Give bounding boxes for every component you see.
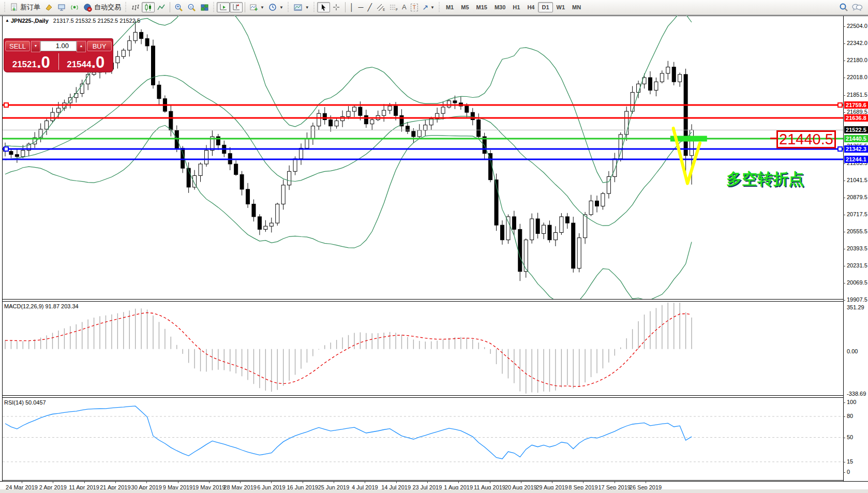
objects-button[interactable] bbox=[42, 2, 55, 12]
timeframe-H1[interactable]: H1 bbox=[509, 2, 523, 12]
chart-shift-button[interactable] bbox=[230, 2, 243, 12]
timeframe-W1[interactable]: W1 bbox=[553, 2, 569, 12]
timeframe-D1[interactable]: D1 bbox=[538, 2, 552, 12]
candle-body bbox=[613, 159, 617, 177]
candlestick-chart-icon bbox=[144, 3, 153, 12]
chat-icon[interactable] bbox=[851, 3, 863, 12]
candle-body bbox=[281, 185, 285, 204]
horizontal-line-button[interactable]: ─ bbox=[356, 2, 366, 12]
candle-body bbox=[276, 204, 279, 223]
crosshair-button[interactable] bbox=[330, 2, 343, 12]
candle-body bbox=[560, 217, 563, 233]
line-handle[interactable] bbox=[4, 103, 8, 107]
buy-price[interactable]: 21544.0 bbox=[59, 52, 113, 71]
text-button[interactable]: A bbox=[400, 2, 409, 12]
toolbar-grip[interactable] bbox=[4, 2, 6, 12]
crosshair-icon bbox=[332, 3, 341, 12]
dropdown-arrow-icon: ▼ bbox=[430, 5, 435, 10]
candle-body bbox=[51, 112, 54, 121]
buy-price-frac: .0 bbox=[91, 55, 104, 70]
candle-body bbox=[424, 125, 427, 130]
candle-body bbox=[553, 232, 557, 240]
svg-text:-: - bbox=[190, 4, 191, 9]
svg-text:+: + bbox=[254, 6, 258, 12]
template-icon bbox=[293, 3, 303, 12]
toolbar-grip[interactable] bbox=[287, 2, 290, 12]
toolbar-grip[interactable] bbox=[125, 2, 127, 12]
timeframe-M30[interactable]: M30 bbox=[491, 2, 509, 12]
note-text[interactable]: 多空转折点 bbox=[726, 169, 804, 190]
terminal-button[interactable] bbox=[55, 2, 68, 12]
timeframe-MN[interactable]: MN bbox=[568, 2, 585, 12]
arrows-button[interactable]: ↗ ▼ bbox=[420, 2, 437, 12]
candle-body bbox=[92, 72, 96, 74]
svg-text:+: + bbox=[12, 6, 16, 12]
candle-body bbox=[370, 119, 374, 124]
price-callout[interactable]: 21440.5 bbox=[776, 130, 836, 148]
cursor-button[interactable] bbox=[317, 2, 330, 12]
templates-button[interactable]: ▼ bbox=[291, 2, 311, 12]
price-axis-label: 21851.5 bbox=[847, 92, 867, 98]
chart-title: ▲ JPN225-,Daily 21317.5 21532.5 21252.5 … bbox=[5, 18, 140, 24]
line-handle[interactable] bbox=[4, 147, 8, 151]
volume-input[interactable]: 1.00 bbox=[40, 41, 77, 51]
candle-body bbox=[453, 101, 457, 103]
toolbar: + 新订单 自动交易 + - + ▼ ▼ bbox=[0, 0, 868, 15]
rsi-pane[interactable] bbox=[0, 397, 844, 480]
sell-button[interactable]: SELL bbox=[5, 41, 30, 51]
collapse-icon[interactable]: ▲ bbox=[5, 18, 9, 23]
timeframe-M5[interactable]: M5 bbox=[457, 2, 472, 12]
candle-body bbox=[565, 217, 569, 223]
candle-body bbox=[140, 32, 143, 38]
signals-button[interactable] bbox=[68, 2, 81, 12]
fibonacci-button[interactable]: F bbox=[387, 2, 400, 12]
channel-icon: E bbox=[376, 3, 385, 12]
trendline-button[interactable]: ╱ bbox=[365, 2, 373, 12]
line-handle[interactable] bbox=[838, 147, 842, 151]
vertical-line-button[interactable]: │ bbox=[348, 2, 356, 12]
macd-axis-top: 351.29 bbox=[847, 304, 864, 310]
candle-body bbox=[216, 137, 220, 145]
timeframe-H4[interactable]: H4 bbox=[523, 2, 538, 12]
zoom-in-button[interactable]: + bbox=[172, 2, 185, 12]
price-badge: 21342.3 bbox=[844, 145, 868, 153]
buy-button[interactable]: BUY bbox=[87, 41, 112, 51]
cursor-icon bbox=[319, 3, 328, 12]
sell-price[interactable]: 21521.0 bbox=[4, 52, 58, 71]
line-chart-button[interactable] bbox=[155, 2, 168, 12]
candle-body bbox=[394, 106, 398, 115]
toolbar-grip[interactable] bbox=[438, 2, 441, 12]
candlestick-chart-button[interactable] bbox=[142, 2, 155, 12]
candle-body bbox=[323, 113, 326, 119]
macd-pane[interactable] bbox=[0, 301, 844, 395]
volume-up-button[interactable]: ▲ bbox=[77, 41, 86, 52]
search-icon[interactable] bbox=[839, 3, 848, 12]
candle-body bbox=[684, 74, 687, 156]
channel-button[interactable]: E bbox=[374, 2, 387, 12]
bar-chart-button[interactable] bbox=[129, 2, 142, 12]
candle-body bbox=[542, 225, 546, 233]
zoom-out-button[interactable]: - bbox=[185, 2, 198, 12]
timeframe-M1[interactable]: M1 bbox=[442, 2, 457, 12]
new-order-button[interactable]: + 新订单 bbox=[8, 2, 42, 12]
candle-body bbox=[204, 151, 208, 164]
volume-down-button[interactable]: ▼ bbox=[31, 41, 40, 52]
candle-body bbox=[74, 94, 78, 98]
candle-body bbox=[648, 78, 652, 90]
text-label-button[interactable]: T bbox=[409, 2, 421, 12]
autotrading-button[interactable]: 自动交易 bbox=[81, 2, 123, 12]
macd-axis-bottom: -338.69 bbox=[847, 391, 866, 397]
price-badge: 21440.5 bbox=[844, 135, 868, 142]
main-chart-plot[interactable] bbox=[0, 16, 844, 299]
candle-body bbox=[412, 131, 415, 137]
indicators-button[interactable]: + ▼ bbox=[247, 2, 266, 12]
periods-button[interactable]: ▼ bbox=[266, 2, 286, 12]
timeframe-M15[interactable]: M15 bbox=[473, 2, 491, 12]
line-handle[interactable] bbox=[838, 103, 842, 107]
auto-scroll-button[interactable] bbox=[217, 2, 230, 12]
candle-body bbox=[572, 223, 575, 268]
toolbar-grip[interactable] bbox=[313, 2, 316, 12]
tile-windows-button[interactable] bbox=[198, 2, 211, 12]
line-chart-icon bbox=[157, 3, 166, 12]
toolbar-grip[interactable] bbox=[213, 2, 215, 12]
